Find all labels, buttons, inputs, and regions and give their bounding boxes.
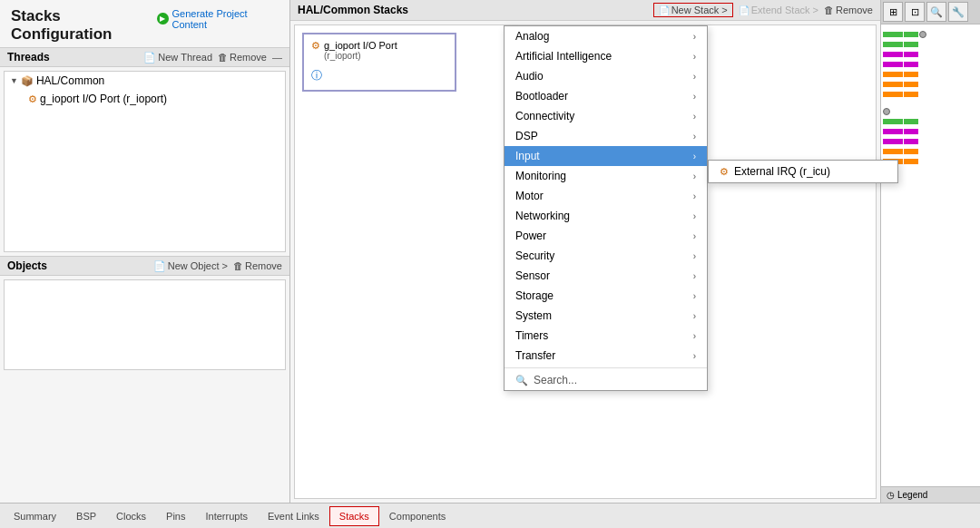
extend-icon: 📄 [739, 5, 750, 15]
hal-remove-icon: 🗑 [824, 5, 834, 15]
tab-summary[interactable]: Summary [4, 506, 66, 526]
dropdown-item-power[interactable]: Power› [505, 226, 707, 246]
tab-interrupts[interactable]: Interrupts [196, 506, 258, 526]
input-submenu: ⚙ External IRQ (r_icu) [708, 160, 898, 183]
new-stack-icon: 📄 [659, 5, 670, 15]
play-icon: ▶ [157, 13, 168, 24]
tab-stacks[interactable]: Stacks [329, 506, 379, 526]
legend-icon: ◷ [887, 490, 895, 500]
search-icon: 🔍 [515, 375, 528, 386]
dropdown-item-ai[interactable]: Artificial Intelligence› [505, 46, 707, 66]
dropdown-item-networking[interactable]: Networking› [505, 206, 707, 226]
generate-project-btn[interactable]: ▶ Generate Project Content [157, 8, 279, 30]
toolbar-fit-btn[interactable]: ⊡ [905, 2, 925, 22]
tab-bar: Summary BSP Clocks Pins Interrupts Event… [0, 503, 980, 528]
tree-item-ioport[interactable]: ⚙ g_ioport I/O Port (r_ioport) [5, 90, 285, 108]
tab-bsp[interactable]: BSP [66, 506, 106, 526]
page-title: Stacks Configuration [11, 7, 157, 44]
dropdown-item-security[interactable]: Security› [505, 246, 707, 266]
dropdown-item-system[interactable]: System› [505, 306, 707, 326]
dropdown-item-input[interactable]: Input› [505, 146, 707, 166]
dropdown-item-timers[interactable]: Timers› [505, 326, 707, 346]
dropdown-item-analog[interactable]: Analog› [505, 26, 707, 46]
toolbar-grid-btn[interactable]: ⊞ [883, 2, 903, 22]
hal-title: HAL/Common Stacks [298, 4, 408, 16]
objects-remove-btn[interactable]: 🗑 Remove [233, 260, 282, 271]
tab-event-links[interactable]: Event Links [258, 506, 329, 526]
expand-arrow-icon: ▼ [10, 76, 18, 85]
info-icon[interactable]: ⓘ [311, 69, 322, 82]
submenu-item-irq[interactable]: ⚙ External IRQ (r_icu) [709, 161, 897, 182]
tab-clocks[interactable]: Clocks [106, 506, 156, 526]
extend-stack-btn[interactable]: 📄 Extend Stack > [739, 5, 818, 15]
new-thread-btn[interactable]: 📄 New Thread [143, 52, 212, 64]
dropdown-search-item[interactable]: 🔍 Search... [505, 370, 707, 390]
tab-components[interactable]: Components [379, 506, 456, 526]
dropdown-item-bootloader[interactable]: Bootloader› [505, 86, 707, 106]
legend-area: ◷ Legend [881, 486, 980, 503]
dropdown-item-sensor[interactable]: Sensor› [505, 266, 707, 286]
stack-card[interactable]: ⚙ g_ioport I/O Port (r_ioport) ⓘ [302, 33, 456, 92]
stack-card-subtitle: (r_ioport) [324, 51, 397, 61]
remove-icon: 🗑 [218, 52, 228, 63]
objects-title: Objects [7, 259, 47, 272]
tree-item-label: HAL/Common [36, 74, 104, 87]
tab-pins[interactable]: Pins [156, 506, 195, 526]
chip-diagram [881, 24, 980, 486]
objects-remove-icon: 🗑 [233, 260, 243, 271]
new-object-btn[interactable]: 📄 New Object > [153, 260, 228, 272]
legend-label: Legend [897, 490, 927, 500]
new-stack-dropdown: Analog› Artificial Intelligence› Audio› … [504, 25, 708, 391]
dropdown-item-audio[interactable]: Audio› [505, 66, 707, 86]
dropdown-item-monitoring[interactable]: Monitoring› [505, 166, 707, 186]
dropdown-item-motor[interactable]: Motor› [505, 186, 707, 206]
hal-remove-btn[interactable]: 🗑 Remove [824, 5, 873, 15]
toolbar-settings-btn[interactable]: 🔧 [948, 2, 968, 22]
threads-remove-btn[interactable]: 🗑 Remove [218, 52, 267, 63]
tree-item-halcommon[interactable]: ▼ 📦 HAL/Common [5, 72, 285, 90]
new-object-icon: 📄 [153, 260, 166, 272]
ioport-icon: ⚙ [28, 93, 37, 105]
dropdown-item-transfer[interactable]: Transfer› [505, 346, 707, 366]
dropdown-item-connectivity[interactable]: Connectivity› [505, 106, 707, 126]
threads-title: Threads [7, 51, 50, 64]
threads-minimize-icon[interactable]: — [272, 52, 282, 63]
stack-card-icon: ⚙ [311, 40, 320, 52]
dropdown-item-dsp[interactable]: DSP› [505, 126, 707, 146]
objects-section: Objects 📄 New Object > 🗑 Remove [0, 256, 289, 374]
tree-item-ioport-label: g_ioport I/O Port (r_ioport) [40, 93, 167, 105]
toolbar-zoom-in-btn[interactable]: 🔍 [926, 2, 946, 22]
thread-group-icon: 📦 [21, 75, 34, 87]
new-thread-icon: 📄 [143, 52, 156, 64]
submenu-chip-icon: ⚙ [720, 166, 729, 178]
dropdown-item-storage[interactable]: Storage› [505, 286, 707, 306]
new-stack-btn[interactable]: 📄 New Stack > [653, 3, 733, 17]
stack-card-title: g_ioport I/O Port [324, 40, 397, 51]
